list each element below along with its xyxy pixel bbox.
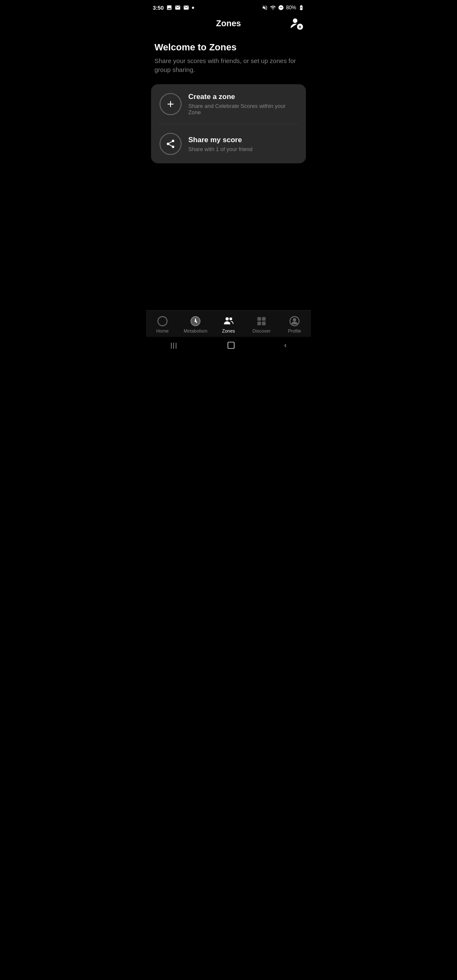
add-friend-button[interactable]: + xyxy=(289,16,304,31)
home-label: Home xyxy=(156,328,168,333)
status-bar: 3:50 • 80% xyxy=(146,0,311,14)
photo-status-icon xyxy=(166,5,172,11)
svg-point-13 xyxy=(293,318,296,322)
nav-item-zones[interactable]: Zones xyxy=(216,316,241,333)
nav-item-profile[interactable]: Profile xyxy=(282,316,307,333)
notification-dot: • xyxy=(192,4,194,11)
svg-point-5 xyxy=(195,320,196,322)
metabolism-label: Metabolism xyxy=(184,328,207,333)
profile-icon xyxy=(289,316,300,327)
create-zone-subtitle: Share and Celebrate Scores within your Z… xyxy=(188,103,297,116)
welcome-section: Welcome to Zones Share your scores with … xyxy=(146,33,311,81)
gmail-icon xyxy=(175,5,181,11)
svg-text:+: + xyxy=(298,24,301,30)
recent-apps-button[interactable]: ||| xyxy=(171,342,178,349)
svg-point-7 xyxy=(229,317,232,320)
no-sim-icon xyxy=(278,5,284,11)
svg-point-6 xyxy=(226,317,229,321)
discover-icon xyxy=(256,316,267,327)
plus-icon xyxy=(165,99,176,109)
svg-rect-8 xyxy=(257,317,261,321)
home-icon xyxy=(157,316,168,327)
mute-icon xyxy=(262,5,268,11)
status-left: 3:50 • xyxy=(153,4,194,11)
share-score-card[interactable]: Share my score Share with 1 of your frie… xyxy=(151,124,306,163)
share-icon xyxy=(165,139,176,149)
charging-icon xyxy=(298,5,304,11)
add-person-icon: + xyxy=(290,17,303,30)
time-display: 3:50 xyxy=(153,5,164,11)
add-friend-icon[interactable]: + xyxy=(289,16,304,31)
svg-rect-11 xyxy=(262,322,266,325)
welcome-title: Welcome to Zones xyxy=(154,42,303,53)
share-score-icon-circle xyxy=(160,133,182,155)
gmail2-icon xyxy=(183,5,189,11)
svg-rect-14 xyxy=(228,342,234,349)
home-button[interactable] xyxy=(227,341,235,350)
zones-icon xyxy=(223,316,234,327)
share-score-subtitle: Share with 1 of your friend xyxy=(188,146,297,152)
nav-item-metabolism[interactable]: Metabolism xyxy=(183,316,208,333)
profile-svg xyxy=(289,316,300,327)
svg-rect-9 xyxy=(262,317,266,321)
nav-item-home[interactable]: Home xyxy=(150,316,175,333)
zones-svg xyxy=(223,315,234,327)
battery-percent: 80% xyxy=(286,5,296,11)
bottom-nav: Home Metabolism Zones xyxy=(146,310,311,337)
wifi-icon xyxy=(270,5,276,11)
system-nav: ||| ‹ xyxy=(146,337,311,354)
create-zone-icon-circle xyxy=(160,93,182,115)
zones-label: Zones xyxy=(222,328,235,333)
share-score-text: Share my score Share with 1 of your frie… xyxy=(188,136,297,152)
metabolism-icon xyxy=(190,316,201,327)
discover-label: Discover xyxy=(253,328,271,333)
cards-container: Create a zone Share and Celebrate Scores… xyxy=(151,84,306,163)
discover-svg xyxy=(256,316,267,327)
create-zone-text: Create a zone Share and Celebrate Scores… xyxy=(188,93,297,116)
page-title: Zones xyxy=(216,19,241,28)
svg-point-0 xyxy=(293,18,297,23)
nav-item-discover[interactable]: Discover xyxy=(249,316,274,333)
create-zone-card[interactable]: Create a zone Share and Celebrate Scores… xyxy=(151,84,306,124)
create-zone-title: Create a zone xyxy=(188,93,297,101)
back-button[interactable]: ‹ xyxy=(284,341,286,349)
svg-point-3 xyxy=(158,317,167,326)
share-score-title: Share my score xyxy=(188,136,297,144)
home-system-icon xyxy=(227,341,235,350)
status-right: 80% xyxy=(262,5,304,11)
welcome-subtitle: Share your scores with friends, or set u… xyxy=(154,56,303,74)
metabolism-svg xyxy=(190,316,201,327)
header: Zones + xyxy=(146,14,311,33)
home-svg xyxy=(157,316,168,327)
profile-label: Profile xyxy=(288,328,301,333)
svg-rect-10 xyxy=(257,322,261,325)
